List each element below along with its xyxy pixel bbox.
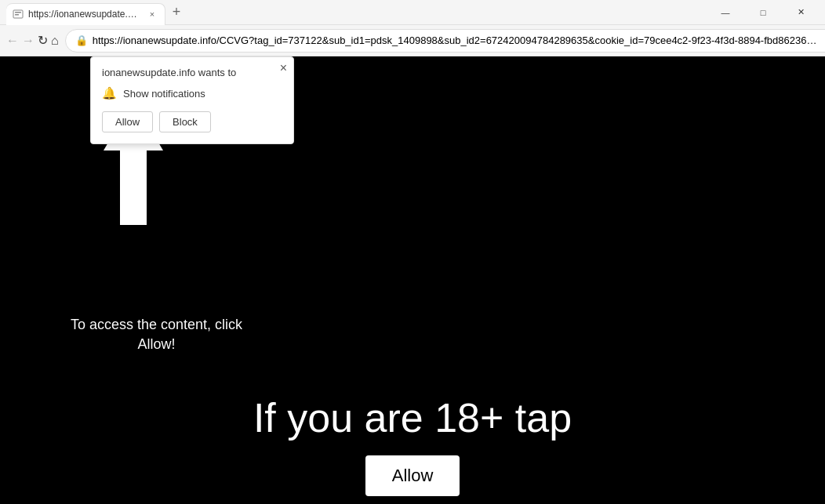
back-button[interactable]: ← bbox=[6, 30, 19, 52]
refresh-button[interactable]: ↻ bbox=[38, 30, 48, 52]
lock-icon: 🔒 bbox=[75, 34, 88, 46]
svg-rect-1 bbox=[15, 12, 21, 13]
big-age-text: If you are 18+ tap bbox=[253, 394, 572, 441]
tab-close-button[interactable]: × bbox=[146, 8, 158, 20]
access-text-line1: To access the content, click bbox=[71, 315, 242, 335]
allow-button[interactable]: Allow bbox=[102, 111, 153, 132]
tab-title: https://ionanewsupdate.info/CC… bbox=[28, 9, 138, 20]
allow-big-button[interactable]: Allow bbox=[365, 455, 460, 496]
page-content: × ionanewsupdate.info wants to 🔔 Show no… bbox=[0, 56, 825, 504]
title-bar: https://ionanewsupdate.info/CC… × + — □ … bbox=[0, 0, 825, 25]
browser-tab[interactable]: https://ionanewsupdate.info/CC… × bbox=[6, 3, 165, 25]
popup-close-button[interactable]: × bbox=[280, 62, 287, 74]
home-button[interactable]: ⌂ bbox=[51, 30, 59, 52]
new-tab-button[interactable]: + bbox=[165, 2, 187, 24]
address-bar[interactable]: 🔒 https://ionanewsupdate.info/CCVG?tag_i… bbox=[65, 29, 825, 53]
bookmark-button[interactable]: ☆ bbox=[821, 31, 825, 50]
access-text-line2: Allow! bbox=[71, 335, 242, 354]
svg-rect-2 bbox=[15, 14, 19, 16]
tab-bar: https://ionanewsupdate.info/CC… × + bbox=[6, 0, 701, 25]
close-button[interactable]: ✕ bbox=[783, 0, 819, 25]
maximize-button[interactable]: □ bbox=[745, 0, 781, 25]
popup-buttons: Allow Block bbox=[102, 111, 282, 132]
address-text: https://ionanewsupdate.info/CCVG?tag_id=… bbox=[93, 34, 817, 46]
access-text: To access the content, click Allow! bbox=[71, 315, 242, 354]
bell-icon: 🔔 bbox=[102, 86, 117, 100]
toolbar: ← → ↻ ⌂ 🔒 https://ionanewsupdate.info/CC… bbox=[0, 25, 825, 56]
minimize-button[interactable]: — bbox=[707, 0, 743, 25]
block-button[interactable]: Block bbox=[159, 111, 211, 132]
forward-button[interactable]: → bbox=[22, 30, 35, 52]
popup-permission: 🔔 Show notifications bbox=[102, 86, 282, 100]
permission-text: Show notifications bbox=[123, 88, 205, 100]
window-controls: — □ ✕ bbox=[701, 0, 825, 25]
popup-title: ionanewsupdate.info wants to bbox=[102, 67, 282, 78]
notification-popup: × ionanewsupdate.info wants to 🔔 Show no… bbox=[90, 56, 294, 144]
browser-window: https://ionanewsupdate.info/CC… × + — □ … bbox=[0, 0, 825, 504]
address-actions: ☆ 👤 ⋮ bbox=[821, 31, 825, 50]
tab-page-icon bbox=[13, 9, 24, 20]
